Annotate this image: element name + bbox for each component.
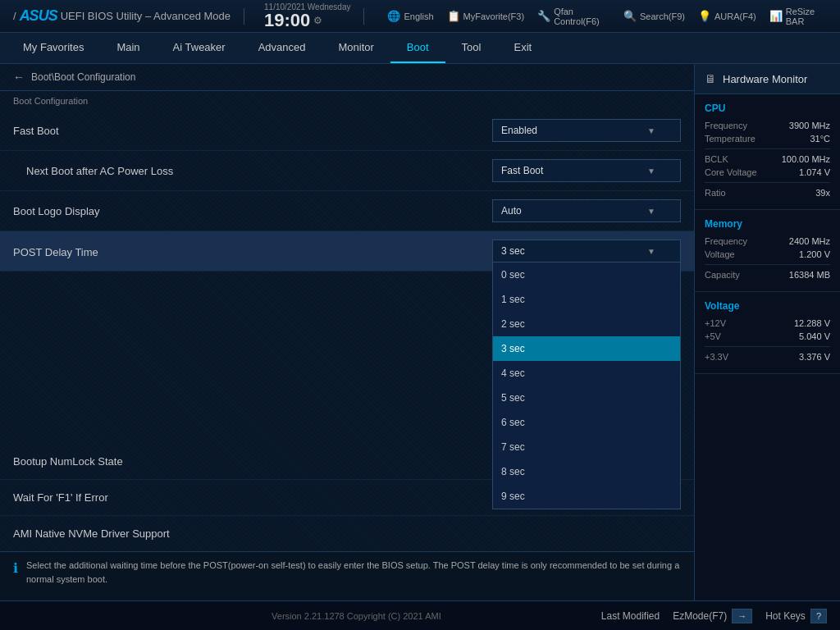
settings-list: Fast Boot Enabled ▼ Next Boot after AC P… xyxy=(0,111,694,551)
next-boot-dropdown[interactable]: Fast Boot ▼ xyxy=(492,159,681,182)
hw-cpu-frequency-row: Frequency 3900 MHz xyxy=(705,121,830,130)
boot-logo-control[interactable]: Auto ▼ xyxy=(492,199,681,222)
last-modified-button[interactable]: Last Modified xyxy=(601,610,660,622)
setting-post-delay[interactable]: POST Delay Time 3 sec ▼ 0 sec 1 sec 2 se… xyxy=(0,231,694,272)
post-delay-dropdown[interactable]: 3 sec ▼ xyxy=(492,240,681,262)
info-bar: ℹ Select the additional waiting time bef… xyxy=(0,551,694,600)
hw-bclk-row: BCLK 100.00 MHz xyxy=(705,154,830,164)
fast-boot-control[interactable]: Enabled ▼ xyxy=(492,119,681,142)
hw-5v-label: +5V xyxy=(705,331,721,341)
hw-33v-row: +3.3V 3.376 V xyxy=(705,352,830,362)
gear-icon[interactable]: ⚙ xyxy=(313,15,322,26)
option-6sec[interactable]: 6 sec xyxy=(493,410,680,435)
tool-resizebar[interactable]: 📊 ReSize BAR xyxy=(769,7,827,26)
nav-advanced[interactable]: Advanced xyxy=(242,33,322,63)
hw-12v-value: 12.288 V xyxy=(794,318,830,328)
nav-ai-tweaker[interactable]: Ai Tweaker xyxy=(157,33,242,63)
info-text: Select the additional waiting time befor… xyxy=(26,559,681,586)
setting-boot-logo[interactable]: Boot Logo Display Auto ▼ xyxy=(0,191,694,231)
setting-next-boot[interactable]: Next Boot after AC Power Loss Fast Boot … xyxy=(0,151,694,191)
hotkeys-icon: ? xyxy=(810,609,827,623)
last-modified-label: Last Modified xyxy=(601,610,660,622)
option-4sec[interactable]: 4 sec xyxy=(493,361,680,386)
chevron-down-icon-3: ▼ xyxy=(647,207,655,216)
nav-exit[interactable]: Exit xyxy=(497,33,548,63)
info-icon: ℹ xyxy=(13,560,18,576)
asus-slash: / xyxy=(13,10,16,22)
hotkeys-button[interactable]: Hot Keys ? xyxy=(765,609,827,623)
hw-cpu-section: CPU Frequency 3900 MHz Temperature 31°C … xyxy=(695,94,840,210)
post-delay-value: 3 sec xyxy=(501,245,525,257)
hw-voltage-section: Voltage +12V 12.288 V +5V 5.040 V +3.3V … xyxy=(695,292,840,374)
breadcrumb-path: Boot\Boot Configuration xyxy=(31,71,135,83)
option-9sec[interactable]: 9 sec xyxy=(493,484,680,509)
resizebar-icon: 📊 xyxy=(769,10,783,22)
tool-english-label: English xyxy=(404,11,433,21)
hw-mem-capacity-label: Capacity xyxy=(705,270,740,280)
globe-icon: 🌐 xyxy=(387,10,400,22)
breadcrumb-back-button[interactable]: ← xyxy=(13,71,25,84)
left-panel: ← Boot\Boot Configuration Boot Configura… xyxy=(0,64,694,600)
option-8sec[interactable]: 8 sec xyxy=(493,459,680,484)
breadcrumb: ← Boot\Boot Configuration xyxy=(0,64,694,91)
post-delay-control[interactable]: 3 sec ▼ 0 sec 1 sec 2 sec 3 sec 4 sec 5 … xyxy=(492,240,681,262)
qfan-icon: 🔧 xyxy=(537,10,550,22)
boot-logo-value: Auto xyxy=(501,205,522,217)
hw-cpu-frequency-value: 3900 MHz xyxy=(789,121,830,130)
hw-core-voltage-label: Core Voltage xyxy=(705,167,757,177)
hw-5v-row: +5V 5.040 V xyxy=(705,331,830,341)
ezmode-label: EzMode(F7) xyxy=(673,610,727,622)
hw-mem-capacity-value: 16384 MB xyxy=(789,270,830,280)
tool-qfan[interactable]: 🔧 Qfan Control(F6) xyxy=(537,7,610,26)
hw-divider-2 xyxy=(705,182,830,183)
header-divider-2 xyxy=(363,8,364,25)
hw-mem-capacity-row: Capacity 16384 MB xyxy=(705,270,830,280)
footer-version: Version 2.21.1278 Copyright (C) 2021 AMI xyxy=(112,611,601,621)
tool-english[interactable]: 🌐 English xyxy=(387,10,433,22)
setting-fast-boot[interactable]: Fast Boot Enabled ▼ xyxy=(0,111,694,151)
fast-boot-dropdown[interactable]: Enabled ▼ xyxy=(492,119,681,142)
chevron-down-icon: ▼ xyxy=(647,126,655,135)
nav-monitor[interactable]: Monitor xyxy=(322,33,390,63)
content-area: ← Boot\Boot Configuration Boot Configura… xyxy=(0,64,840,600)
hw-divider-1 xyxy=(705,148,830,149)
ezmode-button[interactable]: EzMode(F7) → xyxy=(673,609,752,623)
option-2sec[interactable]: 2 sec xyxy=(493,312,680,336)
time-text: 19:00 xyxy=(264,11,310,30)
tool-myfavorite[interactable]: 📋 MyFavorite(F3) xyxy=(447,10,525,22)
section-label: Boot Configuration xyxy=(0,91,694,111)
hw-divider-4 xyxy=(705,346,830,347)
option-7sec[interactable]: 7 sec xyxy=(493,435,680,459)
myfavorite-icon: 📋 xyxy=(447,10,460,22)
hw-ratio-label: Ratio xyxy=(705,188,726,198)
hw-memory-section: Memory Frequency 2400 MHz Voltage 1.200 … xyxy=(695,210,840,292)
hw-33v-label: +3.3V xyxy=(705,352,728,362)
tool-resizebar-label: ReSize BAR xyxy=(786,7,827,26)
boot-logo-dropdown[interactable]: Auto ▼ xyxy=(492,199,681,222)
tool-aura[interactable]: 💡 AURA(F4) xyxy=(698,10,756,22)
hw-core-voltage-row: Core Voltage 1.074 V xyxy=(705,167,830,177)
nav-main[interactable]: Main xyxy=(100,33,156,63)
header: /ASUS UEFI BIOS Utility – Advanced Mode … xyxy=(0,0,840,33)
setting-next-boot-label: Next Boot after AC Power Loss xyxy=(13,165,492,177)
monitor-icon: 🖥 xyxy=(705,72,716,85)
hw-12v-row: +12V 12.288 V xyxy=(705,318,830,328)
header-divider xyxy=(244,8,244,25)
next-boot-value: Fast Boot xyxy=(501,165,543,176)
hw-cpu-temp-value: 31°C xyxy=(810,134,830,144)
option-3sec[interactable]: 3 sec xyxy=(493,336,680,361)
nav-my-favorites[interactable]: My Favorites xyxy=(7,33,100,63)
aura-icon: 💡 xyxy=(698,10,711,22)
next-boot-control[interactable]: Fast Boot ▼ xyxy=(492,159,681,182)
hw-mem-freq-row: Frequency 2400 MHz xyxy=(705,236,830,246)
setting-fast-boot-label: Fast Boot xyxy=(13,125,492,137)
option-0sec[interactable]: 0 sec xyxy=(493,262,680,287)
hw-mem-freq-value: 2400 MHz xyxy=(789,236,830,246)
nav-tool[interactable]: Tool xyxy=(445,33,498,63)
option-1sec[interactable]: 1 sec xyxy=(493,287,680,312)
nav-boot[interactable]: Boot xyxy=(390,33,445,63)
setting-ami-nvme[interactable]: AMI Native NVMe Driver Support xyxy=(0,516,694,551)
chevron-down-icon-4: ▼ xyxy=(647,247,655,256)
tool-search[interactable]: 🔍 Search(F9) xyxy=(623,10,685,22)
option-5sec[interactable]: 5 sec xyxy=(493,386,680,410)
